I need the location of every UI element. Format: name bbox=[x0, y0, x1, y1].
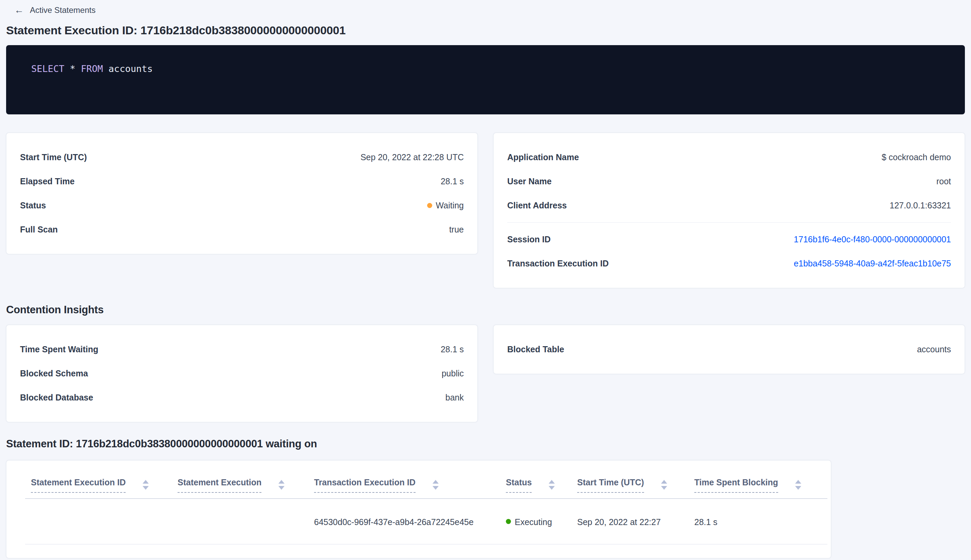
row-application-name: Application Name $ cockroach demo bbox=[507, 145, 951, 169]
sort-icon[interactable] bbox=[143, 480, 149, 490]
sort-down-icon[interactable] bbox=[549, 486, 555, 490]
table-header-row: Statement Execution ID Statement Executi… bbox=[7, 478, 831, 493]
kv-label: Transaction Execution ID bbox=[507, 258, 609, 268]
contention-cards-row: Time Spent Waiting 28.1 s Blocked Schema… bbox=[6, 325, 965, 422]
session-id-link[interactable]: 1716b1f6-4e0c-f480-0000-000000000001 bbox=[794, 235, 951, 244]
column-header-label[interactable]: Time Spent Blocking bbox=[694, 478, 778, 493]
status-text: Waiting bbox=[436, 201, 464, 210]
waiting-statements-table: Statement Execution ID Statement Executi… bbox=[6, 460, 831, 558]
cell-statement-execution-id bbox=[31, 517, 178, 527]
kv-label: Blocked Schema bbox=[20, 368, 88, 378]
statement-overview-card: Start Time (UTC) Sep 20, 2022 at 22:28 U… bbox=[6, 133, 478, 254]
kv-label: Session ID bbox=[507, 235, 551, 244]
back-link[interactable]: ← Active Statements bbox=[14, 5, 95, 15]
row-client-address: Client Address 127.0.0.1:63321 bbox=[507, 193, 951, 218]
contention-insights-heading: Contention Insights bbox=[6, 304, 965, 316]
page-title: Statement Execution ID: 1716b218dc0b3838… bbox=[6, 24, 965, 37]
row-session-id: Session ID 1716b1f6-4e0c-f480-0000-00000… bbox=[507, 227, 951, 252]
row-time-spent-waiting: Time Spent Waiting 28.1 s bbox=[20, 337, 464, 362]
column-header-statement-execution-id[interactable]: Statement Execution ID bbox=[31, 478, 178, 493]
kv-label: Elapsed Time bbox=[20, 177, 75, 186]
sql-keyword: SELECT bbox=[31, 63, 65, 74]
kv-value: 127.0.0.1:63321 bbox=[889, 201, 951, 210]
sort-up-icon[interactable] bbox=[143, 480, 149, 483]
column-header-status[interactable]: Status bbox=[506, 478, 577, 493]
sort-down-icon[interactable] bbox=[432, 486, 439, 490]
sql-text: * bbox=[65, 63, 81, 74]
sort-up-icon[interactable] bbox=[549, 480, 555, 483]
row-full-scan: Full Scan true bbox=[20, 218, 464, 242]
row-blocked-schema: Blocked Schema public bbox=[20, 362, 464, 385]
kv-label: Client Address bbox=[507, 201, 567, 210]
sort-up-icon[interactable] bbox=[661, 480, 667, 483]
kv-label: Blocked Database bbox=[20, 393, 93, 403]
kv-value: 28.1 s bbox=[441, 345, 464, 354]
sort-up-icon[interactable] bbox=[279, 480, 285, 483]
kv-value: root bbox=[936, 177, 951, 186]
contention-waiting-card: Time Spent Waiting 28.1 s Blocked Schema… bbox=[6, 325, 478, 422]
kv-label: Application Name bbox=[507, 152, 579, 162]
row-status: Status Waiting bbox=[20, 193, 464, 218]
status-badge: Waiting bbox=[427, 201, 464, 210]
kv-value: $ cockroach demo bbox=[882, 152, 951, 162]
cell-statement-execution bbox=[178, 517, 314, 527]
sql-text: accounts bbox=[103, 63, 152, 74]
cell-status: Executing bbox=[506, 517, 577, 527]
back-arrow-icon[interactable]: ← bbox=[14, 5, 24, 15]
sort-icon[interactable] bbox=[795, 480, 801, 490]
row-user-name: User Name root bbox=[507, 169, 951, 193]
column-header-label[interactable]: Status bbox=[506, 478, 532, 493]
kv-label: Status bbox=[20, 201, 46, 210]
column-header-transaction-execution-id[interactable]: Transaction Execution ID bbox=[314, 478, 506, 493]
row-blocked-database: Blocked Database bank bbox=[20, 385, 464, 410]
sort-down-icon[interactable] bbox=[143, 486, 149, 490]
cell-time-spent-blocking: 28.1 s bbox=[694, 517, 824, 527]
column-header-label[interactable]: Statement Execution bbox=[178, 478, 262, 493]
active-statement-details-page: ← Active Statements Statement Execution … bbox=[0, 0, 971, 558]
kv-value: Sep 20, 2022 at 22:28 UTC bbox=[360, 152, 464, 162]
kv-label: User Name bbox=[507, 177, 552, 186]
kv-value: accounts bbox=[917, 345, 951, 354]
session-details-card: Application Name $ cockroach demo User N… bbox=[493, 133, 965, 288]
sort-down-icon[interactable] bbox=[795, 486, 801, 490]
column-header-label[interactable]: Statement Execution ID bbox=[31, 478, 126, 493]
sql-statement-box: SELECT * FROM accounts bbox=[6, 45, 965, 114]
sort-up-icon[interactable] bbox=[795, 480, 801, 483]
sort-icon[interactable] bbox=[432, 480, 439, 490]
cell-transaction-execution-id: 64530d0c-969f-437e-a9b4-26a72245e45e bbox=[314, 517, 506, 527]
kv-label: Time Spent Waiting bbox=[20, 345, 98, 354]
column-header-time-spent-blocking[interactable]: Time Spent Blocking bbox=[694, 478, 824, 493]
kv-label: Blocked Table bbox=[507, 345, 564, 354]
executing-status-dot-icon bbox=[506, 519, 511, 524]
table-row: 64530d0c-969f-437e-a9b4-26a72245e45e Exe… bbox=[7, 499, 831, 544]
waiting-status-dot-icon bbox=[427, 203, 432, 208]
sort-down-icon[interactable] bbox=[661, 486, 667, 490]
kv-label: Full Scan bbox=[20, 225, 58, 235]
column-header-label[interactable]: Start Time (UTC) bbox=[577, 478, 644, 493]
back-link-label[interactable]: Active Statements bbox=[30, 5, 95, 15]
column-header-start-time[interactable]: Start Time (UTC) bbox=[577, 478, 694, 493]
kv-value: public bbox=[442, 368, 464, 378]
sort-down-icon[interactable] bbox=[279, 486, 285, 490]
sort-icon[interactable] bbox=[661, 480, 667, 490]
status-text: Executing bbox=[515, 517, 552, 527]
row-transaction-execution-id: Transaction Execution ID e1bba458-5948-4… bbox=[507, 252, 951, 276]
kv-value: 28.1 s bbox=[441, 177, 464, 186]
cell-start-time: Sep 20, 2022 at 22:27 bbox=[577, 517, 694, 527]
row-start-time-utc: Start Time (UTC) Sep 20, 2022 at 22:28 U… bbox=[20, 145, 464, 169]
transaction-execution-id-link[interactable]: e1bba458-5948-40a9-a42f-5feac1b10e75 bbox=[794, 258, 951, 268]
column-header-label[interactable]: Transaction Execution ID bbox=[314, 478, 415, 493]
column-header-statement-execution[interactable]: Statement Execution bbox=[178, 478, 314, 493]
card-divider bbox=[507, 222, 951, 223]
sort-icon[interactable] bbox=[549, 480, 555, 490]
kv-label: Start Time (UTC) bbox=[20, 152, 87, 162]
row-blocked-table: Blocked Table accounts bbox=[507, 337, 951, 362]
blocked-table-card: Blocked Table accounts bbox=[493, 325, 965, 374]
waiting-on-heading: Statement ID: 1716b218dc0b38380000000000… bbox=[6, 438, 965, 450]
kv-value: true bbox=[449, 225, 464, 235]
summary-cards-row: Start Time (UTC) Sep 20, 2022 at 22:28 U… bbox=[6, 133, 965, 288]
sort-icon[interactable] bbox=[279, 480, 285, 490]
sql-keyword: FROM bbox=[81, 63, 103, 74]
sort-up-icon[interactable] bbox=[432, 480, 439, 483]
row-elapsed-time: Elapsed Time 28.1 s bbox=[20, 169, 464, 193]
